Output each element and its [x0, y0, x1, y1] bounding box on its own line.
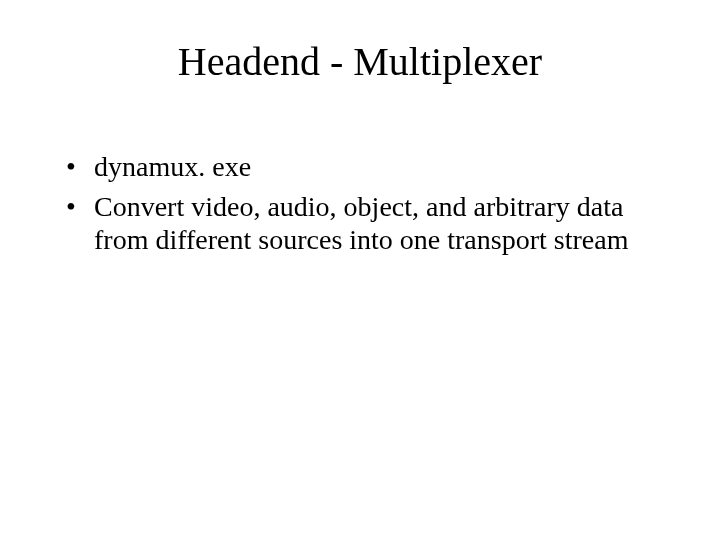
slide-body: dynamux. exe Convert video, audio, objec…: [64, 150, 660, 263]
list-item: Convert video, audio, object, and arbitr…: [64, 190, 660, 257]
slide: Headend - Multiplexer dynamux. exe Conve…: [0, 0, 720, 540]
slide-title: Headend - Multiplexer: [0, 38, 720, 85]
bullet-list: dynamux. exe Convert video, audio, objec…: [64, 150, 660, 257]
list-item: dynamux. exe: [64, 150, 660, 184]
